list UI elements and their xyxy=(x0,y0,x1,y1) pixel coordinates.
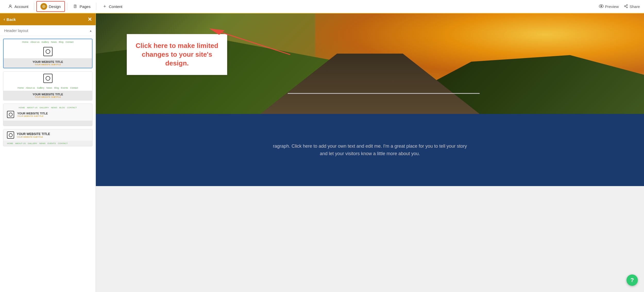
card3-title-area: YOUR WEBSITE TITLE YOUR WEBSITE SUBTITLE xyxy=(17,112,48,117)
svg-point-6 xyxy=(626,4,628,5)
card2-title: YOUR WEBSITE TITLE xyxy=(4,93,91,96)
card4-title: YOUR WEBSITE TITLE xyxy=(17,132,50,136)
tooltip-box[interactable]: Click here to make limited changes to yo… xyxy=(127,34,227,75)
card2-title-area: YOUR WEBSITE TITLE YOUR WEBSITE SUBTITLE xyxy=(3,91,92,100)
nav-divider-2 xyxy=(67,3,67,10)
card1-title: YOUR WEBSITE TITLE xyxy=(5,60,91,63)
svg-point-2 xyxy=(43,6,44,7)
back-label: Back xyxy=(6,17,16,22)
hero-section[interactable]: Click here to make limited changes to yo… xyxy=(96,13,644,114)
main-layout: ‹ Back ✕ Header layout ▴ Home About us G… xyxy=(0,13,644,292)
layout-card-3[interactable]: HOME ABOUT US GALLERY NEWS BLOG CONTACT … xyxy=(3,104,92,126)
card1-title-area: YOUR WEBSITE TITLE YOUR WEBSITE SUBTITLE xyxy=(4,58,92,68)
account-nav-item[interactable]: Account xyxy=(4,2,32,11)
sidebar-header: ‹ Back ✕ xyxy=(0,13,96,25)
share-button[interactable]: Share xyxy=(624,4,640,9)
pages-icon xyxy=(73,4,78,9)
nav-divider-3 xyxy=(96,3,96,10)
pages-nav-item[interactable]: Pages xyxy=(69,2,94,11)
help-button[interactable]: ? xyxy=(626,274,638,286)
card2-subtitle: YOUR WEBSITE SUBTITLE xyxy=(4,96,91,98)
camera-icon-2 xyxy=(43,74,53,83)
card2-logo xyxy=(3,72,92,85)
add-icon: + xyxy=(102,4,107,9)
nav-right: Preview Share xyxy=(599,4,640,9)
svg-point-8 xyxy=(626,7,628,8)
pages-label: Pages xyxy=(80,4,91,9)
top-navigation: Account Design Pages xyxy=(0,0,644,13)
design-nav-item[interactable]: Design xyxy=(36,1,65,12)
share-label: Share xyxy=(630,4,640,9)
content-nav-item[interactable]: + Content xyxy=(98,2,126,11)
camera-icon-1 xyxy=(43,47,53,56)
close-button[interactable]: ✕ xyxy=(88,16,92,22)
card1-subtitle: YOUR WEBSITE SUBTITLE xyxy=(5,63,91,66)
blue-section[interactable]: ragraph. Click here to add your own text… xyxy=(96,114,644,186)
content-label: Content xyxy=(109,4,122,9)
layout-cards-container: Home About us Gallery News Blog Contact … xyxy=(0,36,96,149)
svg-point-7 xyxy=(624,6,625,7)
card1-nav: Home About us Gallery News Blog Contact xyxy=(4,39,92,45)
preview-icon xyxy=(599,4,604,9)
card3-bottom xyxy=(3,121,92,126)
back-button[interactable]: ‹ Back xyxy=(4,17,16,22)
card4-header: YOUR WEBSITE TITLE YOUR WEBSITE SUBTITLE xyxy=(3,129,92,141)
guardrail xyxy=(287,93,480,94)
section-header: Header layout ▴ xyxy=(0,25,96,36)
card3-title: YOUR WEBSITE TITLE xyxy=(17,112,48,115)
chevron-up-icon[interactable]: ▴ xyxy=(90,29,91,32)
camera-icon-4 xyxy=(7,131,14,139)
card4-subtitle: YOUR WEBSITE SUBTITLE xyxy=(17,136,50,138)
design-label: Design xyxy=(49,4,61,9)
tooltip-text: Click here to make limited changes to yo… xyxy=(135,41,219,68)
help-label: ? xyxy=(630,277,634,283)
svg-point-0 xyxy=(10,5,11,6)
preview-label: Preview xyxy=(605,4,619,9)
design-icon xyxy=(40,3,47,10)
camera-icon-3 xyxy=(7,111,14,118)
card3-nav: HOME ABOUT US GALLERY NEWS BLOG CONTACT xyxy=(6,105,90,110)
card2-nav: Home About us Gallery News Blog Events C… xyxy=(3,85,92,91)
card4-title-area: YOUR WEBSITE TITLE YOUR WEBSITE SUBTITLE xyxy=(17,132,50,138)
layout-card-4[interactable]: YOUR WEBSITE TITLE YOUR WEBSITE SUBTITLE… xyxy=(3,129,92,146)
sidebar: ‹ Back ✕ Header layout ▴ Home About us G… xyxy=(0,13,96,292)
card3-subtitle: YOUR WEBSITE SUBTITLE xyxy=(17,115,48,117)
content-area: Click here to make limited changes to yo… xyxy=(96,13,644,292)
layout-card-2[interactable]: Home About us Gallery News Blog Events C… xyxy=(3,71,92,101)
svg-point-5 xyxy=(600,5,602,7)
section-title: Header layout xyxy=(4,28,28,33)
back-chevron-icon: ‹ xyxy=(4,17,5,22)
nav-divider-1 xyxy=(34,3,34,10)
account-label: Account xyxy=(14,4,28,9)
layout-card-1[interactable]: Home About us Gallery News Blog Contact … xyxy=(3,39,92,68)
account-icon xyxy=(8,4,13,9)
card1-logo xyxy=(4,45,92,58)
blue-section-text: ragraph. Click here to add your own text… xyxy=(269,143,470,157)
share-icon xyxy=(624,4,628,9)
nav-left: Account Design Pages xyxy=(4,1,599,12)
preview-button[interactable]: Preview xyxy=(599,4,619,9)
card4-nav: HOME ABOUT US GALLERY NEWS EVENTS CONTAC… xyxy=(3,141,92,146)
card3-content: YOUR WEBSITE TITLE YOUR WEBSITE SUBTITLE xyxy=(6,110,90,119)
